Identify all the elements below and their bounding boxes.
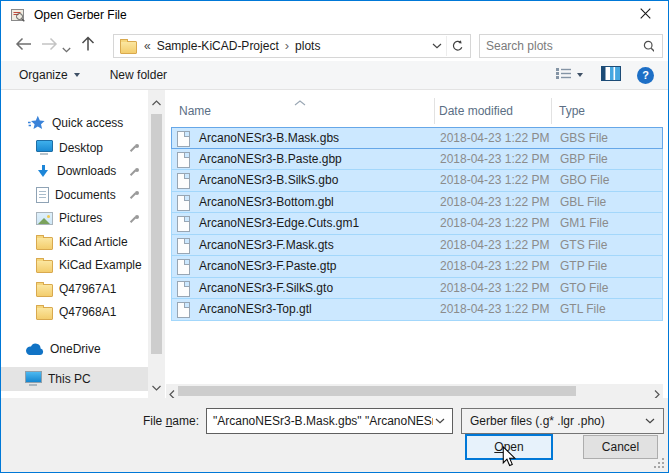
filename-combobox[interactable]: "ArcanoNESr3-B.Mask.gbs" "ArcanoNESr3-B. — [206, 408, 453, 434]
list-horizontal-scrollbar[interactable] — [166, 384, 663, 398]
computer-icon — [25, 371, 42, 383]
desktop-icon — [36, 140, 53, 152]
sidebar-item-label: Desktop — [59, 141, 103, 155]
date-modified-cell: 2018-04-23 1:22 PM — [440, 238, 549, 252]
sidebar-item-this-pc[interactable]: This PC — [1, 367, 148, 391]
dialog-footer: File name: "ArcanoNESr3-B.Mask.gbs" "Arc… — [1, 398, 668, 472]
sidebar-item-pictures[interactable]: Pictures — [1, 207, 148, 231]
column-header-date-modified[interactable]: Date modified — [439, 104, 513, 118]
open-button[interactable]: Open — [465, 434, 553, 460]
file-row[interactable]: ArcanoNESr3-F.Paste.gtp2018-04-23 1:22 P… — [171, 256, 663, 278]
preview-pane-button[interactable] — [601, 66, 621, 84]
new-folder-button[interactable]: New folder — [110, 68, 167, 82]
type-cell: GM1 File — [560, 216, 609, 230]
filetype-combobox[interactable]: Gerber files (.g* .lgr .pho) — [461, 408, 664, 434]
combo-chevron-icon[interactable] — [645, 418, 655, 424]
folder-icon — [36, 237, 53, 250]
file-name-cell: ArcanoNESr3-B.Mask.gbs — [199, 131, 339, 145]
folder-icon — [36, 284, 53, 297]
combo-chevron-icon[interactable] — [435, 418, 445, 424]
search-icon — [643, 40, 654, 53]
file-row[interactable]: ArcanoNESr3-Edge.Cuts.gm12018-04-23 1:22… — [171, 213, 663, 235]
refresh-icon[interactable] — [451, 40, 464, 53]
scroll-up-button[interactable] — [152, 95, 161, 109]
sidebar-item-onedrive[interactable]: OneDrive — [1, 337, 148, 361]
forward-button[interactable] — [40, 37, 59, 54]
details-view-icon — [556, 67, 571, 83]
filename-value[interactable]: "ArcanoNESr3-B.Mask.gbs" "ArcanoNESr3-B. — [207, 414, 433, 428]
file-row[interactable]: ArcanoNESr3-B.Mask.gbs2018-04-23 1:22 PM… — [171, 127, 663, 149]
sidebar-item-label: Downloads — [57, 164, 116, 178]
date-modified-cell: 2018-04-23 1:22 PM — [440, 131, 549, 145]
command-toolbar: Organize New folder ? — [1, 61, 668, 90]
folder-icon — [36, 307, 53, 320]
sidebar-item-documents[interactable]: Documents — [1, 183, 148, 207]
search-box — [479, 34, 663, 58]
file-row[interactable]: ArcanoNESr3-B.SilkS.gbo2018-04-23 1:22 P… — [171, 170, 663, 192]
date-modified-cell: 2018-04-23 1:22 PM — [440, 173, 549, 187]
file-row[interactable]: ArcanoNESr3-F.Mask.gts2018-04-23 1:22 PM… — [171, 235, 663, 257]
filetype-value: Gerber files (.g* .lgr .pho) — [462, 414, 643, 428]
file-row[interactable]: ArcanoNESr3-B.Paste.gbp2018-04-23 1:22 P… — [171, 149, 663, 171]
sidebar-item-label: Documents — [55, 188, 116, 202]
cloud-icon — [25, 343, 44, 356]
sidebar-item-downloads[interactable]: Downloads — [1, 160, 148, 184]
scrollbar-thumb[interactable] — [151, 114, 162, 354]
scroll-down-button[interactable] — [152, 380, 161, 394]
resize-grip[interactable] — [655, 459, 664, 468]
file-row[interactable]: ArcanoNESr3-Top.gtl2018-04-23 1:22 PMGTL… — [171, 299, 663, 321]
up-button[interactable] — [81, 35, 95, 55]
star-icon — [28, 115, 45, 131]
breadcrumb-segment-plots[interactable]: plots — [295, 39, 320, 53]
back-button[interactable] — [14, 37, 33, 54]
date-modified-cell: 2018-04-23 1:22 PM — [440, 152, 549, 166]
cancel-button[interactable]: Cancel — [583, 435, 658, 459]
breadcrumb-separator[interactable]: › — [285, 41, 289, 51]
type-cell: GTL File — [560, 302, 606, 316]
column-separator[interactable] — [551, 98, 552, 124]
sidebar-item-label: Q47968A1 — [59, 305, 116, 319]
close-button[interactable] — [623, 1, 668, 29]
dropdown-caret-icon — [74, 73, 80, 77]
sidebar-scrollbar[interactable] — [148, 90, 165, 398]
search-input[interactable] — [480, 38, 643, 54]
breadcrumb-segment-project[interactable]: Sample-KiCAD-Project — [157, 39, 279, 53]
column-header-name[interactable]: Name — [179, 104, 211, 118]
app-icon — [10, 7, 26, 26]
address-dropdown-chevron-icon[interactable] — [432, 43, 442, 49]
sidebar-item-kicad-article[interactable]: KiCad Article — [1, 230, 148, 254]
file-row[interactable]: ArcanoNESr3-Bottom.gbl2018-04-23 1:22 PM… — [171, 192, 663, 214]
column-header-type[interactable]: Type — [559, 104, 585, 118]
sidebar-item-label: KiCad Article — [59, 235, 128, 249]
file-name-cell: ArcanoNESr3-F.Paste.gtp — [199, 259, 336, 273]
date-modified-cell: 2018-04-23 1:22 PM — [440, 281, 549, 295]
sidebar: DesktopDownloadsDocumentsPicturesKiCad A… — [1, 136, 148, 324]
address-bar[interactable]: « Sample-KiCAD-Project › plots — [113, 34, 471, 58]
type-cell: GTP File — [560, 259, 607, 273]
file-name-cell: ArcanoNESr3-Edge.Cuts.gm1 — [199, 216, 359, 230]
file-row[interactable]: ArcanoNESr3-F.SilkS.gto2018-04-23 1:22 P… — [171, 278, 663, 300]
sidebar-item-desktop[interactable]: Desktop — [1, 136, 148, 160]
scrollbar-thumb[interactable] — [178, 386, 576, 396]
breadcrumb-overflow[interactable]: « — [144, 39, 151, 53]
pictures-icon — [36, 212, 53, 225]
views-button[interactable] — [556, 67, 583, 83]
file-icon — [177, 259, 190, 275]
sidebar-item-quick-access[interactable]: Quick access — [1, 111, 148, 135]
type-cell: GTS File — [560, 238, 607, 252]
column-separator[interactable] — [434, 98, 435, 124]
sidebar-item-kicad-example[interactable]: KiCad Example — [1, 254, 148, 278]
sidebar-item-label: Pictures — [59, 211, 102, 225]
downloads-icon — [36, 165, 51, 178]
preview-pane-icon — [601, 66, 621, 84]
sidebar-item-q47967a1[interactable]: Q47967A1 — [1, 277, 148, 301]
help-button[interactable]: ? — [637, 67, 654, 84]
recent-locations-chevron-icon[interactable] — [62, 42, 71, 56]
sort-ascending-icon — [294, 95, 306, 109]
title-bar: Open Gerber File — [1, 1, 668, 29]
views-caret-icon — [577, 73, 583, 77]
organize-button[interactable]: Organize — [19, 68, 80, 82]
sidebar-item-q47968a1[interactable]: Q47968A1 — [1, 301, 148, 325]
file-name-cell: ArcanoNESr3-Top.gtl — [199, 302, 312, 316]
file-name-cell: ArcanoNESr3-B.SilkS.gbo — [199, 173, 338, 187]
